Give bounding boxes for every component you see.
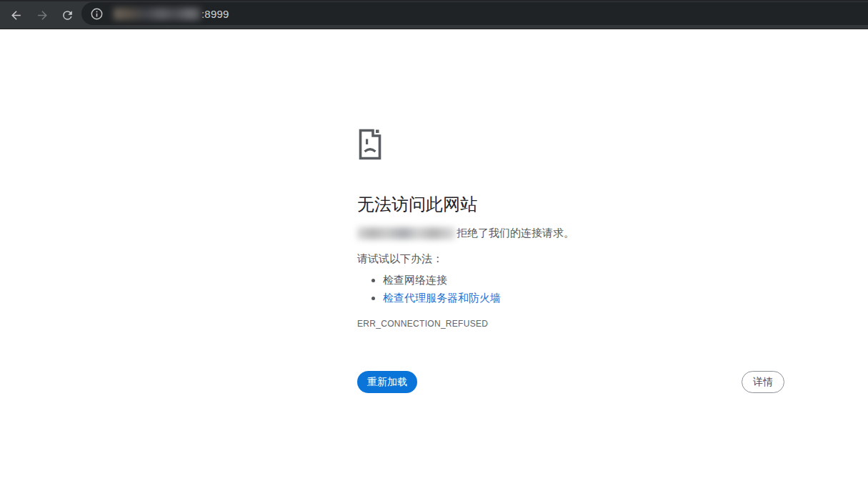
- error-title: 无法访问此网站: [357, 194, 784, 215]
- censored-host-blur: [357, 227, 455, 239]
- arrow-left-icon: [9, 9, 23, 22]
- sad-file-icon: [357, 127, 784, 160]
- reload-button[interactable]: [57, 5, 77, 25]
- back-button[interactable]: [6, 5, 26, 25]
- forward-button[interactable]: [32, 5, 52, 25]
- error-message: 拒绝了我们的连接请求。: [357, 226, 784, 240]
- reload-page-button[interactable]: 重新加载: [357, 371, 417, 393]
- proxy-firewall-link[interactable]: 检查代理服务器和防火墙: [383, 292, 501, 304]
- info-icon[interactable]: [89, 6, 104, 21]
- suggestions-heading: 请试试以下办法：: [357, 252, 784, 265]
- button-row: 重新加载 详情: [357, 371, 784, 393]
- reload-icon: [61, 9, 74, 22]
- error-message-text: 拒绝了我们的连接请求。: [457, 226, 574, 240]
- suggestions-list: 检查网络连接 检查代理服务器和防火墙: [357, 271, 784, 307]
- address-bar[interactable]: :8999: [81, 2, 868, 25]
- details-button[interactable]: 详情: [742, 371, 784, 393]
- arrow-right-icon: [36, 9, 49, 22]
- censored-url-blur: [114, 8, 201, 20]
- suggestion-item: 检查网络连接: [383, 271, 784, 289]
- error-code: ERR_CONNECTION_REFUSED: [357, 319, 784, 329]
- browser-toolbar: :8999: [0, 0, 868, 29]
- suggestion-item: 检查代理服务器和防火墙: [383, 289, 784, 307]
- url-port-text: :8999: [201, 8, 229, 20]
- suggestion-label: 检查网络连接: [383, 274, 447, 286]
- error-content: 无法访问此网站 拒绝了我们的连接请求。 请试试以下办法： 检查网络连接 检查代理…: [357, 127, 784, 393]
